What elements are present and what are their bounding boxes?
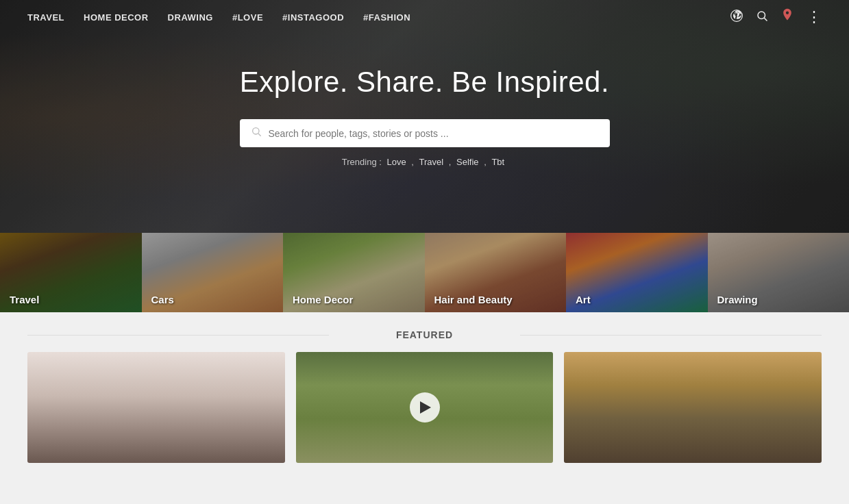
category-hairbeauty-label: Hair and Beauty [434, 294, 513, 305]
category-drawing-overlay: Drawing [708, 233, 850, 312]
category-cars[interactable]: Cars [142, 233, 284, 312]
trending-selfie[interactable]: Selfie [456, 157, 479, 167]
category-cars-label: Cars [151, 294, 174, 305]
nav-fashion[interactable]: #FASHION [363, 12, 410, 23]
location-icon[interactable] [780, 8, 794, 27]
svg-point-3 [252, 128, 258, 134]
search-icon[interactable] [756, 10, 768, 25]
play-triangle-icon [420, 401, 431, 414]
trending-tbt[interactable]: Tbt [491, 157, 504, 167]
search-input[interactable] [269, 128, 599, 139]
category-drawing-label: Drawing [717, 294, 758, 305]
trending-love[interactable]: Love [386, 157, 406, 167]
categories-section: Travel Cars Home Decor Hair and Beauty A… [0, 233, 849, 312]
nav-instagood[interactable]: #INSTAGOOD [282, 12, 344, 23]
featured-item-1[interactable] [27, 352, 285, 463]
nav-love[interactable]: #LOVE [232, 12, 263, 23]
svg-line-4 [258, 134, 261, 136]
category-travel[interactable]: Travel [0, 233, 142, 312]
category-hairbeauty-overlay: Hair and Beauty [425, 233, 567, 312]
nav-drawing[interactable]: DRAWING [168, 12, 213, 23]
play-button[interactable] [410, 392, 440, 423]
search-input-icon [251, 126, 262, 140]
hero-title: Explore. Share. Be Inspired. [0, 66, 849, 99]
more-options-icon[interactable]: ⋮ [807, 10, 822, 25]
category-travel-label: Travel [10, 294, 39, 305]
navigation-bar: TRAVEL HOME DECOR DRAWING #LOVE #INSTAGO… [0, 0, 849, 34]
nav-home-decor[interactable]: HOME DECOR [84, 12, 149, 23]
category-art-overlay: Art [566, 233, 708, 312]
pinterest-icon[interactable] [730, 9, 743, 26]
featured-item-3[interactable] [564, 352, 822, 463]
featured-grid [27, 352, 822, 463]
hero-section: TRAVEL HOME DECOR DRAWING #LOVE #INSTAGO… [0, 0, 849, 233]
search-box[interactable] [240, 119, 610, 147]
category-drawing[interactable]: Drawing [708, 233, 850, 312]
trending-section: Trending : Love , Travel , Selfie , Tbt [0, 157, 849, 167]
category-homedecor-label: Home Decor [293, 294, 353, 305]
category-home-decor[interactable]: Home Decor [283, 233, 425, 312]
category-cars-overlay: Cars [142, 233, 284, 312]
trending-travel[interactable]: Travel [419, 157, 444, 167]
featured-title: FEATURED [396, 329, 453, 340]
featured-header: FEATURED [27, 329, 822, 341]
category-travel-overlay: Travel [0, 233, 142, 312]
category-hair-beauty[interactable]: Hair and Beauty [425, 233, 567, 312]
featured-item-2[interactable] [296, 352, 554, 463]
nav-links: TRAVEL HOME DECOR DRAWING #LOVE #INSTAGO… [27, 12, 410, 23]
svg-point-1 [758, 12, 765, 19]
category-homedecor-overlay: Home Decor [283, 233, 425, 312]
nav-travel[interactable]: TRAVEL [27, 12, 64, 23]
category-art[interactable]: Art [566, 233, 708, 312]
category-art-label: Art [576, 294, 591, 305]
featured-section: FEATURED [0, 312, 849, 477]
svg-line-2 [764, 18, 767, 21]
nav-icons: ⋮ [730, 8, 822, 27]
trending-label: Trending : [342, 157, 382, 167]
hero-content: Explore. Share. Be Inspired. Trending : … [0, 66, 849, 167]
